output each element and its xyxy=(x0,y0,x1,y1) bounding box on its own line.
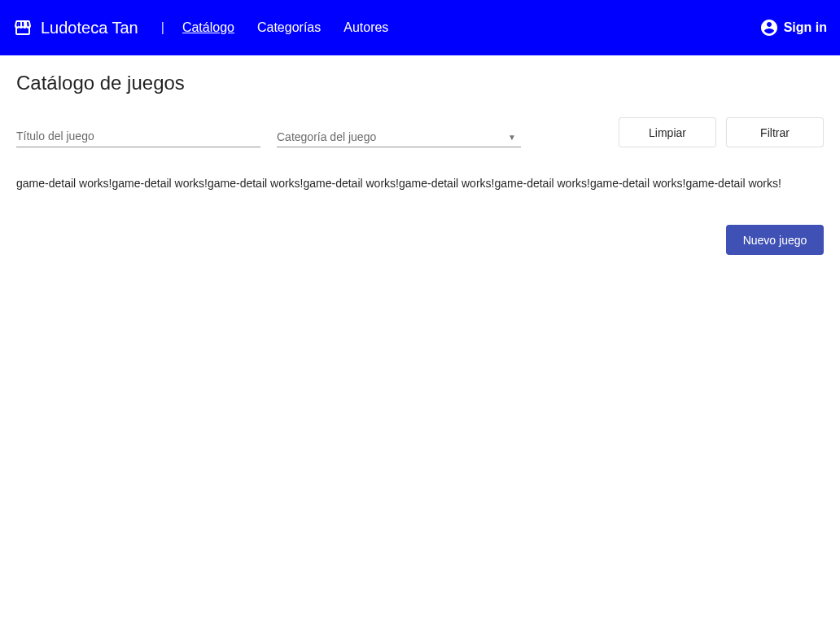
signin-label: Sign in xyxy=(784,20,827,35)
nav-links: Catálogo Categorías Autores xyxy=(182,20,388,35)
category-select[interactable]: Categoría del juego ▼ xyxy=(277,127,521,147)
clear-button[interactable]: Limpiar xyxy=(619,117,716,147)
bottom-actions: Nuevo juego xyxy=(16,225,824,255)
new-game-button[interactable]: Nuevo juego xyxy=(726,225,824,255)
signin-button[interactable]: Sign in xyxy=(759,18,827,37)
page-title: Catálogo de juegos xyxy=(16,72,824,94)
toolbar: Ludoteca Tan | Catálogo Categorías Autor… xyxy=(0,0,840,55)
nav-catalogo[interactable]: Catálogo xyxy=(182,20,234,35)
brand: Ludoteca Tan xyxy=(13,18,138,37)
nav-categorias[interactable]: Categorías xyxy=(257,20,321,35)
filter-button[interactable]: Filtrar xyxy=(726,117,824,147)
toolbar-divider: | xyxy=(161,20,164,35)
category-select-label: Categoría del juego xyxy=(277,130,376,143)
nav-autores[interactable]: Autores xyxy=(343,20,388,35)
title-field-label: Título del juego xyxy=(16,129,94,143)
chevron-down-icon: ▼ xyxy=(508,133,516,142)
brand-name: Ludoteca Tan xyxy=(41,19,138,37)
game-list: game-detail works!game-detail works!game… xyxy=(16,175,824,192)
content-area: Catálogo de juegos Título del juego Cate… xyxy=(0,55,840,271)
filter-buttons: Limpiar Filtrar xyxy=(619,117,824,147)
account-circle-icon xyxy=(759,18,779,37)
filters-row: Título del juego Categoría del juego ▼ L… xyxy=(16,117,824,147)
storefront-icon xyxy=(13,18,33,37)
title-field[interactable]: Título del juego xyxy=(16,125,260,147)
